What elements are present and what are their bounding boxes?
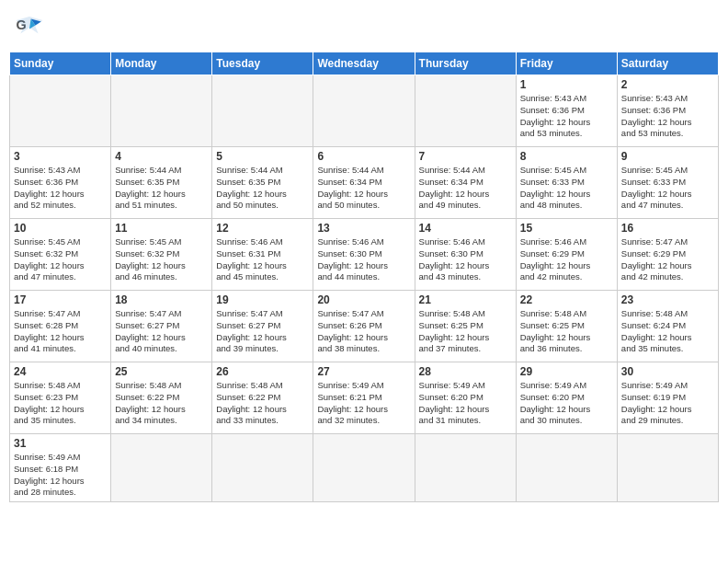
day-info: Sunrise: 5:47 AM Sunset: 6:28 PM Dayligh… [14, 308, 107, 355]
calendar-cell [212, 75, 313, 147]
day-info: Sunrise: 5:47 AM Sunset: 6:27 PM Dayligh… [216, 308, 309, 355]
day-number: 7 [419, 150, 512, 163]
calendar: SundayMondayTuesdayWednesdayThursdayFrid… [9, 52, 719, 502]
day-number: 16 [621, 222, 714, 235]
day-info: Sunrise: 5:48 AM Sunset: 6:23 PM Dayligh… [14, 380, 107, 427]
day-number: 19 [216, 293, 309, 306]
day-number: 2 [621, 78, 714, 91]
day-info: Sunrise: 5:48 AM Sunset: 6:25 PM Dayligh… [520, 308, 613, 355]
calendar-cell [111, 75, 212, 147]
day-info: Sunrise: 5:48 AM Sunset: 6:24 PM Dayligh… [621, 308, 714, 355]
day-number: 31 [14, 437, 107, 450]
calendar-cell: 23Sunrise: 5:48 AM Sunset: 6:24 PM Dayli… [617, 291, 718, 362]
weekday-header-monday: Monday [111, 52, 212, 75]
day-number: 4 [115, 150, 208, 163]
day-number: 11 [115, 222, 208, 235]
day-info: Sunrise: 5:48 AM Sunset: 6:22 PM Dayligh… [115, 380, 208, 427]
calendar-cell: 20Sunrise: 5:47 AM Sunset: 6:26 PM Dayli… [313, 291, 415, 362]
calendar-cell: 7Sunrise: 5:44 AM Sunset: 6:34 PM Daylig… [415, 147, 516, 219]
day-info: Sunrise: 5:48 AM Sunset: 6:22 PM Dayligh… [216, 380, 309, 427]
calendar-cell: 18Sunrise: 5:47 AM Sunset: 6:27 PM Dayli… [111, 291, 212, 362]
day-info: Sunrise: 5:43 AM Sunset: 6:36 PM Dayligh… [14, 165, 107, 212]
day-number: 14 [419, 222, 512, 235]
day-info: Sunrise: 5:45 AM Sunset: 6:33 PM Dayligh… [621, 165, 714, 212]
day-info: Sunrise: 5:49 AM Sunset: 6:20 PM Dayligh… [520, 380, 613, 427]
day-info: Sunrise: 5:44 AM Sunset: 6:35 PM Dayligh… [115, 165, 208, 212]
calendar-cell: 24Sunrise: 5:48 AM Sunset: 6:23 PM Dayli… [10, 362, 111, 434]
day-number: 26 [216, 365, 309, 378]
day-number: 20 [317, 293, 410, 306]
calendar-cell: 8Sunrise: 5:45 AM Sunset: 6:33 PM Daylig… [516, 147, 617, 219]
day-info: Sunrise: 5:47 AM Sunset: 6:29 PM Dayligh… [621, 236, 714, 283]
calendar-cell: 4Sunrise: 5:44 AM Sunset: 6:35 PM Daylig… [111, 147, 212, 219]
day-number: 3 [14, 150, 107, 163]
calendar-cell: 13Sunrise: 5:46 AM Sunset: 6:30 PM Dayli… [313, 219, 415, 291]
day-info: Sunrise: 5:46 AM Sunset: 6:29 PM Dayligh… [520, 236, 613, 283]
day-info: Sunrise: 5:45 AM Sunset: 6:32 PM Dayligh… [14, 236, 107, 283]
calendar-cell: 26Sunrise: 5:48 AM Sunset: 6:22 PM Dayli… [212, 362, 313, 434]
calendar-cell: 6Sunrise: 5:44 AM Sunset: 6:34 PM Daylig… [313, 147, 415, 219]
day-info: Sunrise: 5:46 AM Sunset: 6:30 PM Dayligh… [419, 236, 512, 283]
day-info: Sunrise: 5:45 AM Sunset: 6:33 PM Dayligh… [520, 165, 613, 212]
week-row-3: 17Sunrise: 5:47 AM Sunset: 6:28 PM Dayli… [10, 291, 719, 362]
day-info: Sunrise: 5:43 AM Sunset: 6:36 PM Dayligh… [520, 93, 613, 140]
day-number: 25 [115, 365, 208, 378]
calendar-cell: 28Sunrise: 5:49 AM Sunset: 6:20 PM Dayli… [415, 362, 516, 434]
week-row-0: 1Sunrise: 5:43 AM Sunset: 6:36 PM Daylig… [10, 75, 719, 147]
calendar-cell [111, 434, 212, 502]
calendar-cell [415, 75, 516, 147]
calendar-cell [10, 75, 111, 147]
weekday-header-thursday: Thursday [415, 52, 516, 75]
day-info: Sunrise: 5:47 AM Sunset: 6:26 PM Dayligh… [317, 308, 410, 355]
weekday-header-row: SundayMondayTuesdayWednesdayThursdayFrid… [10, 52, 719, 75]
weekday-header-friday: Friday [516, 52, 617, 75]
day-number: 24 [14, 365, 107, 378]
calendar-cell [212, 434, 313, 502]
calendar-cell: 15Sunrise: 5:46 AM Sunset: 6:29 PM Dayli… [516, 219, 617, 291]
day-number: 9 [621, 150, 714, 163]
day-number: 6 [317, 150, 410, 163]
day-info: Sunrise: 5:46 AM Sunset: 6:31 PM Dayligh… [216, 236, 309, 283]
calendar-cell [516, 434, 617, 502]
calendar-cell: 22Sunrise: 5:48 AM Sunset: 6:25 PM Dayli… [516, 291, 617, 362]
day-number: 12 [216, 222, 309, 235]
day-info: Sunrise: 5:43 AM Sunset: 6:36 PM Dayligh… [621, 93, 714, 140]
day-info: Sunrise: 5:44 AM Sunset: 6:34 PM Dayligh… [317, 165, 410, 212]
week-row-5: 31Sunrise: 5:49 AM Sunset: 6:18 PM Dayli… [10, 434, 719, 502]
day-number: 23 [621, 293, 714, 306]
day-number: 30 [621, 365, 714, 378]
calendar-cell [313, 434, 415, 502]
generalblue-logo-icon: G [15, 13, 44, 42]
calendar-cell: 27Sunrise: 5:49 AM Sunset: 6:21 PM Dayli… [313, 362, 415, 434]
day-number: 1 [520, 78, 613, 91]
day-info: Sunrise: 5:49 AM Sunset: 6:19 PM Dayligh… [621, 380, 714, 427]
calendar-cell: 21Sunrise: 5:48 AM Sunset: 6:25 PM Dayli… [415, 291, 516, 362]
week-row-2: 10Sunrise: 5:45 AM Sunset: 6:32 PM Dayli… [10, 219, 719, 291]
calendar-cell: 17Sunrise: 5:47 AM Sunset: 6:28 PM Dayli… [10, 291, 111, 362]
day-info: Sunrise: 5:45 AM Sunset: 6:32 PM Dayligh… [115, 236, 208, 283]
calendar-cell: 3Sunrise: 5:43 AM Sunset: 6:36 PM Daylig… [10, 147, 111, 219]
calendar-cell: 12Sunrise: 5:46 AM Sunset: 6:31 PM Dayli… [212, 219, 313, 291]
day-number: 29 [520, 365, 613, 378]
weekday-header-saturday: Saturday [617, 52, 718, 75]
day-number: 13 [317, 222, 410, 235]
day-number: 5 [216, 150, 309, 163]
day-number: 22 [520, 293, 613, 306]
calendar-cell: 1Sunrise: 5:43 AM Sunset: 6:36 PM Daylig… [516, 75, 617, 147]
weekday-header-wednesday: Wednesday [313, 52, 415, 75]
calendar-cell [617, 434, 718, 502]
day-number: 17 [14, 293, 107, 306]
day-number: 15 [520, 222, 613, 235]
week-row-4: 24Sunrise: 5:48 AM Sunset: 6:23 PM Dayli… [10, 362, 719, 434]
calendar-cell: 29Sunrise: 5:49 AM Sunset: 6:20 PM Dayli… [516, 362, 617, 434]
calendar-cell [313, 75, 415, 147]
day-number: 27 [317, 365, 410, 378]
day-info: Sunrise: 5:49 AM Sunset: 6:21 PM Dayligh… [317, 380, 410, 427]
week-row-1: 3Sunrise: 5:43 AM Sunset: 6:36 PM Daylig… [10, 147, 719, 219]
calendar-cell [415, 434, 516, 502]
day-number: 28 [419, 365, 512, 378]
day-info: Sunrise: 5:46 AM Sunset: 6:30 PM Dayligh… [317, 236, 410, 283]
calendar-cell: 10Sunrise: 5:45 AM Sunset: 6:32 PM Dayli… [10, 219, 111, 291]
calendar-cell: 11Sunrise: 5:45 AM Sunset: 6:32 PM Dayli… [111, 219, 212, 291]
day-info: Sunrise: 5:49 AM Sunset: 6:20 PM Dayligh… [419, 380, 512, 427]
